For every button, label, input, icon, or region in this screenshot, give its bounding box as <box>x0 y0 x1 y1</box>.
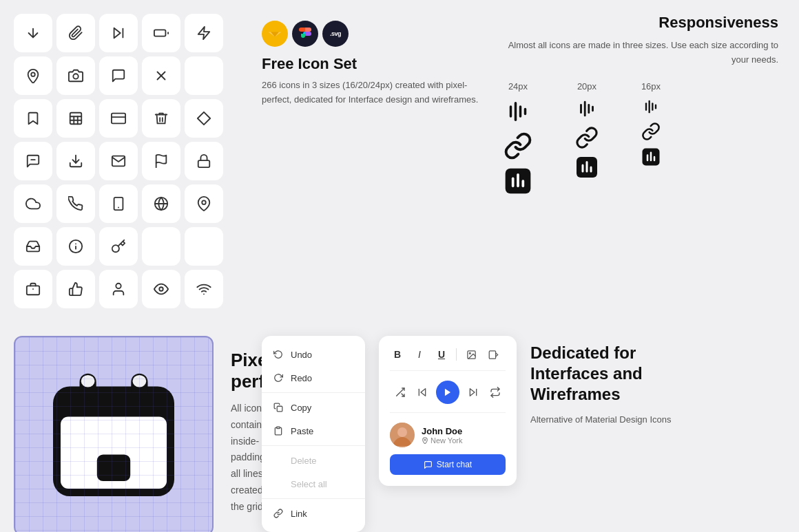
menu-paste[interactable]: Paste <box>262 419 365 443</box>
icon-camera[interactable] <box>56 56 95 95</box>
svg-marker-73 <box>421 389 426 396</box>
svg-rect-70 <box>489 350 495 358</box>
icon-grid <box>14 14 223 308</box>
icon-attachment[interactable] <box>56 14 95 52</box>
icon-briefcase[interactable] <box>14 270 52 308</box>
image-button[interactable] <box>464 347 479 362</box>
menu-divider-3 <box>262 498 365 499</box>
icon-skip-forward[interactable] <box>99 14 138 52</box>
icon-chat[interactable] <box>99 56 138 95</box>
icon-lock[interactable] <box>185 142 223 180</box>
svg-logo: .svg <box>322 21 349 47</box>
menu-delete[interactable]: Delete <box>262 449 365 472</box>
svg-rect-29 <box>27 286 39 295</box>
icon-audio-24 <box>504 97 532 126</box>
icon-bookmark[interactable] <box>14 99 52 138</box>
icon-flag[interactable] <box>142 142 180 180</box>
icon-globe[interactable] <box>142 184 180 223</box>
svg-point-32 <box>159 287 163 291</box>
icon-chart-16 <box>641 147 661 167</box>
responsiveness-title: Responsiveness <box>496 14 778 32</box>
pixel-preview <box>14 336 214 532</box>
icon-set-info: .svg Free Icon Set 266 icons in 3 sizes … <box>262 14 482 308</box>
underline-button[interactable]: U <box>434 347 449 362</box>
user-avatar <box>390 423 415 447</box>
icon-link-24 <box>504 131 532 160</box>
menu-undo[interactable]: Undo <box>262 343 365 366</box>
redo-icon <box>273 372 284 383</box>
icon-location[interactable] <box>14 56 52 95</box>
svg-rect-66 <box>277 406 282 412</box>
icon-pin[interactable] <box>185 184 223 223</box>
menu-redo[interactable]: Redo <box>262 366 365 390</box>
next-button[interactable] <box>465 384 481 401</box>
play-button[interactable] <box>436 381 459 404</box>
icon-x[interactable] <box>142 56 180 95</box>
svg-rect-14 <box>112 114 125 124</box>
icon-person[interactable] <box>99 270 138 308</box>
size-16-label: 16px <box>641 81 661 92</box>
responsiveness-section: Responsiveness Almost all icons are made… <box>496 14 778 308</box>
icon-download[interactable] <box>14 14 52 52</box>
main-container: .svg Free Icon Set 266 icons in 3 sizes … <box>0 0 799 532</box>
menu-select-all[interactable]: Select all <box>262 472 365 496</box>
menu-delete-label: Delete <box>291 456 317 466</box>
icon-lightning[interactable] <box>185 14 223 52</box>
location-text: New York <box>430 436 462 445</box>
svg-point-5 <box>31 72 35 76</box>
toolbar-separator-1 <box>456 348 457 361</box>
icon-info[interactable] <box>56 227 95 266</box>
icon-link-20 <box>575 126 599 149</box>
icon-set-description: 266 icons in 3 sizes (16/20/24px) create… <box>262 78 482 107</box>
menu-divider-2 <box>262 445 365 446</box>
link-icon <box>273 508 284 519</box>
icon-download2[interactable] <box>56 142 95 180</box>
start-chat-button[interactable]: Start chat <box>390 454 506 475</box>
icon-wifi[interactable] <box>185 270 223 308</box>
menu-link[interactable]: Link <box>262 502 365 525</box>
svg-marker-0 <box>114 28 121 39</box>
undo-icon <box>273 349 284 360</box>
icon-inbox[interactable] <box>14 227 52 266</box>
icon-set-logos: .svg <box>262 21 482 47</box>
top-right-section: .svg Free Icon Set 266 icons in 3 sizes … <box>255 0 799 322</box>
icon-key[interactable] <box>99 227 138 266</box>
dedicated-description: Alternative of Material Design Icons <box>530 413 682 427</box>
repeat-button[interactable] <box>487 384 504 401</box>
icon-phone[interactable] <box>56 184 95 223</box>
icon-card[interactable] <box>99 99 138 138</box>
menu-copy-label: Copy <box>291 403 311 413</box>
shuffle-button[interactable] <box>392 384 408 401</box>
svg-marker-75 <box>445 389 450 396</box>
user-card: John Doe New York <box>390 423 506 447</box>
svg-point-79 <box>397 427 407 437</box>
icon-message[interactable] <box>14 142 52 180</box>
icon-eye[interactable] <box>142 270 180 308</box>
grid-lines <box>15 337 212 532</box>
icon-empty2 <box>142 227 180 266</box>
icon-mail[interactable] <box>99 142 138 180</box>
menu-redo-label: Redo <box>291 373 312 383</box>
video-button[interactable] <box>486 347 501 362</box>
icon-table[interactable] <box>56 99 95 138</box>
ui-card: B I U <box>379 336 517 486</box>
icon-empty1 <box>185 56 223 95</box>
bottom-left-section: Pixel-perfect All icons contain inside-p… <box>0 322 255 532</box>
menu-copy[interactable]: Copy <box>262 396 365 419</box>
icon-diamond[interactable] <box>185 99 223 138</box>
prev-button[interactable] <box>414 384 430 401</box>
icon-audio-16 <box>641 97 661 116</box>
paste-icon <box>273 425 284 436</box>
user-info: John Doe New York <box>422 426 506 445</box>
icon-trash[interactable] <box>142 99 180 138</box>
copy-icon <box>273 402 284 413</box>
icon-battery[interactable] <box>142 14 180 52</box>
svg-marker-16 <box>198 112 210 125</box>
icon-mobile[interactable] <box>99 184 138 223</box>
icon-cloud[interactable] <box>14 184 52 223</box>
italic-button[interactable]: I <box>412 347 427 362</box>
delete-icon <box>273 455 284 466</box>
size-24-label: 24px <box>508 81 528 92</box>
icon-thumbsup[interactable] <box>56 270 95 308</box>
bold-button[interactable]: B <box>390 347 405 362</box>
